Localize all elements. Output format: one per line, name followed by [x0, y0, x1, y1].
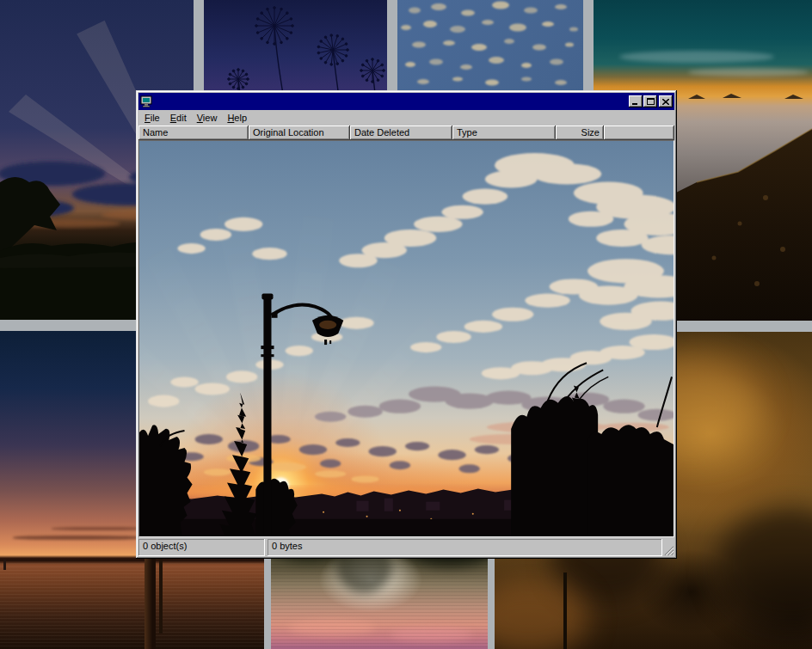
column-header-name[interactable]: Name — [138, 126, 249, 140]
column-header-row: Name Original Location Date Deleted Type… — [138, 126, 674, 140]
cloud-speckles — [401, 2, 578, 100]
column-header-type[interactable]: Type — [452, 126, 556, 140]
close-button[interactable] — [659, 95, 673, 107]
status-bar: 0 object(s) 0 bytes — [138, 537, 674, 556]
recycle-bin-window: File Edit View Help Name Original Locati… — [136, 90, 677, 559]
blurred-pole-silhouette — [563, 572, 567, 649]
menu-file[interactable]: File — [139, 111, 165, 126]
title-bar[interactable] — [138, 93, 674, 110]
menu-edit[interactable]: Edit — [165, 111, 192, 126]
column-header-original-location[interactable]: Original Location — [249, 126, 350, 140]
sunset-lamppost-photo — [139, 141, 674, 536]
close-icon — [662, 99, 669, 105]
water-pole-stub — [3, 560, 6, 570]
water-pole-thin — [159, 554, 163, 634]
minimize-button[interactable] — [629, 95, 643, 107]
maximize-icon — [647, 98, 655, 105]
water-pole — [145, 557, 156, 649]
menu-help[interactable]: Help — [222, 111, 252, 126]
status-object-count: 0 object(s) — [138, 539, 265, 556]
maximize-button[interactable] — [643, 95, 657, 107]
resize-grip[interactable] — [662, 539, 674, 556]
file-list-area[interactable] — [138, 140, 674, 537]
menu-bar: File Edit View Help — [138, 110, 674, 126]
menu-view[interactable]: View — [192, 111, 223, 126]
minimize-icon — [632, 99, 639, 105]
status-byte-count: 0 bytes — [268, 539, 662, 556]
computer-monitor-icon[interactable] — [140, 95, 152, 107]
column-header-size[interactable]: Size — [556, 126, 604, 140]
column-header-filler — [604, 126, 674, 140]
column-header-date-deleted[interactable]: Date Deleted — [350, 126, 452, 140]
